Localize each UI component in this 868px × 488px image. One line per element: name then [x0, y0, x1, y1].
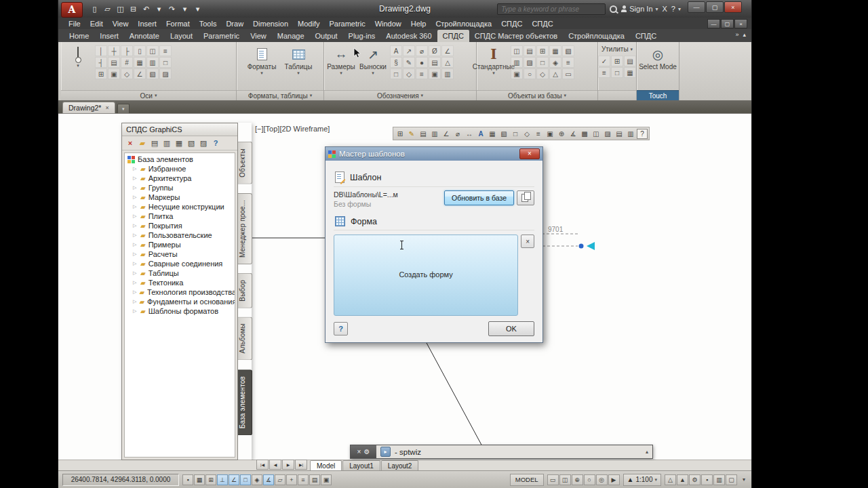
- menu-item[interactable]: View: [108, 19, 134, 28]
- symbol-tool-icon[interactable]: □: [390, 68, 402, 79]
- ribbon-tab[interactable]: Plug-ins: [343, 30, 381, 42]
- palette-side-tab[interactable]: Выбор: [238, 273, 252, 308]
- palette-close-button[interactable]: ×: [125, 138, 136, 148]
- ribbon-tab[interactable]: View: [245, 30, 272, 42]
- palette-preview-button[interactable]: ▧: [186, 138, 197, 148]
- ribbon-tab[interactable]: Autodesk 360: [380, 30, 437, 42]
- toolbar-icon[interactable]: ↔: [464, 129, 475, 139]
- toolbar-icon[interactable]: ◫: [591, 129, 601, 139]
- drawing-file-tab[interactable]: Drawing2* ×: [62, 102, 115, 113]
- save-button[interactable]: ◫: [114, 3, 127, 15]
- model-space-button[interactable]: MODEL: [510, 474, 544, 486]
- toolbar-icon[interactable]: ◇: [521, 129, 532, 139]
- axes-tool-icon[interactable]: ∠: [134, 68, 146, 79]
- object-tool-icon[interactable]: □: [536, 57, 549, 68]
- expand-icon[interactable]: ▷: [133, 299, 136, 304]
- select-mode-button[interactable]: ◎ Select Mode: [639, 44, 677, 70]
- toolbar-icon[interactable]: ✎: [406, 129, 417, 139]
- toolbar-icon[interactable]: ?: [637, 129, 648, 139]
- object-tool-icon[interactable]: ⊞: [536, 45, 549, 56]
- utility-tool-icon[interactable]: ⊞: [611, 56, 623, 66]
- layout-tab[interactable]: Model: [310, 460, 342, 470]
- coordinates-display[interactable]: 26400.7814, 42964.3118, 0.0000: [62, 474, 179, 486]
- palette-side-tab[interactable]: Объекты: [238, 142, 252, 184]
- last-layout-button[interactable]: ▶|: [295, 460, 307, 470]
- toolbar-icon[interactable]: ▩: [579, 129, 590, 139]
- utility-tool-icon[interactable]: ▤: [624, 56, 636, 66]
- symbol-tool-icon[interactable]: Ø: [429, 45, 441, 56]
- dimensions-button[interactable]: ↔ Размеры ▾: [326, 44, 356, 75]
- close-tab-icon[interactable]: ×: [105, 104, 108, 111]
- close-button[interactable]: ×: [724, 1, 742, 13]
- symbol-tool-icon[interactable]: ◇: [403, 68, 415, 79]
- expand-icon[interactable]: ▷: [133, 270, 138, 276]
- expand-icon[interactable]: ▷: [133, 166, 138, 171]
- application-menu-button[interactable]: A: [61, 2, 83, 18]
- quick-view-drawings-button[interactable]: ◫: [559, 474, 571, 485]
- copy-template-button[interactable]: [517, 190, 534, 205]
- menu-item[interactable]: Modify: [293, 19, 324, 28]
- utilities-button[interactable]: Утилиты ▾: [601, 45, 633, 53]
- menu-item[interactable]: Window: [370, 19, 406, 28]
- help-button[interactable]: ? ▾: [671, 5, 681, 13]
- axes-tool-icon[interactable]: ▣: [108, 68, 120, 79]
- ribbon-tab[interactable]: Insert: [94, 30, 124, 42]
- object-tool-icon[interactable]: ▤: [524, 45, 536, 56]
- utility-tool-icon[interactable]: ✓: [598, 56, 610, 66]
- leaders-button[interactable]: ↗ Выноски ▾: [358, 44, 388, 75]
- ok-button[interactable]: OK: [488, 321, 534, 336]
- tree-root-item[interactable]: База элементов: [125, 155, 235, 164]
- menu-item[interactable]: Insert: [133, 19, 161, 28]
- formats-button[interactable]: Форматы ▾: [247, 44, 277, 75]
- palette-open-folder-button[interactable]: ▰: [137, 138, 148, 148]
- prev-layout-button[interactable]: ◀: [269, 460, 281, 470]
- object-tool-icon[interactable]: ▭: [562, 68, 574, 79]
- symbol-tool-icon[interactable]: A: [390, 45, 402, 56]
- symbol-tool-icon[interactable]: ▥: [441, 68, 454, 79]
- expand-icon[interactable]: ▷: [133, 195, 138, 200]
- pan-button[interactable]: ⊕: [572, 474, 583, 485]
- redo-dropdown[interactable]: ▾: [178, 3, 191, 15]
- standard-objects-button[interactable]: I Стандартные ▾: [479, 44, 509, 75]
- tree-item[interactable]: ▷ ▰ Таблицы: [125, 268, 235, 278]
- tree-item[interactable]: ▷ ▰ Несущие конструкции: [125, 202, 235, 211]
- axes-tool-icon[interactable]: ┼: [108, 45, 120, 56]
- axes-tool-icon[interactable]: ▧: [146, 68, 159, 79]
- palette-side-tab[interactable]: Менеджер прое...: [238, 193, 252, 264]
- object-tool-icon[interactable]: ◇: [536, 68, 549, 79]
- transparency-toggle[interactable]: ▤: [309, 474, 320, 485]
- menu-item[interactable]: Parametric: [324, 19, 370, 28]
- otrack-toggle[interactable]: ∡: [263, 474, 274, 485]
- tree-item[interactable]: ▷ ▰ Примеры: [125, 240, 235, 249]
- osnap3d-toggle[interactable]: ◈: [252, 474, 262, 485]
- toolbar-icon[interactable]: A: [475, 129, 486, 139]
- expand-history-icon[interactable]: ▴: [642, 445, 652, 458]
- axes-tool-icon[interactable]: ├: [121, 45, 133, 56]
- object-tool-icon[interactable]: ≡: [562, 57, 574, 68]
- snap-toggle[interactable]: ▦: [194, 474, 205, 485]
- axes-tool-icon[interactable]: ▥: [146, 57, 159, 68]
- file-tab-menu-button[interactable]: ▾: [117, 104, 130, 113]
- status-tray-icon[interactable]: ▾: [741, 476, 747, 483]
- expand-icon[interactable]: ▷: [133, 185, 138, 190]
- palette-new-page-button[interactable]: ▤: [149, 138, 160, 148]
- ribbon-tab[interactable]: Стройплощадка: [563, 30, 630, 42]
- expand-icon[interactable]: ▷: [133, 232, 138, 238]
- recent-commands-icon[interactable]: ▸: [380, 447, 391, 457]
- expand-icon[interactable]: ▷: [133, 251, 138, 257]
- menu-item[interactable]: Dimension: [248, 19, 293, 28]
- palette-copy-button[interactable]: ▦: [174, 138, 184, 148]
- clean-screen-button[interactable]: ▢: [726, 474, 737, 485]
- toolbar-icon[interactable]: ▨: [602, 129, 613, 139]
- quick-properties-toggle[interactable]: ▣: [321, 474, 332, 485]
- ribbon-tab[interactable]: Manage: [272, 30, 310, 42]
- dialog-close-button[interactable]: ×: [519, 148, 540, 159]
- menu-item[interactable]: Edit: [85, 19, 108, 28]
- palette-side-tab[interactable]: Альбомы: [238, 317, 252, 360]
- tree-item[interactable]: ▷ ▰ Пользовательские: [125, 230, 235, 240]
- tree-item[interactable]: ▷ ▰ Плитка: [125, 211, 235, 221]
- axes-tool-icon[interactable]: ▨: [159, 68, 172, 79]
- toolbar-icon[interactable]: ▣: [545, 129, 555, 139]
- ribbon-tab[interactable]: СПДС Мастер объектов: [469, 30, 563, 42]
- axes-tool-icon[interactable]: ▯: [134, 45, 146, 56]
